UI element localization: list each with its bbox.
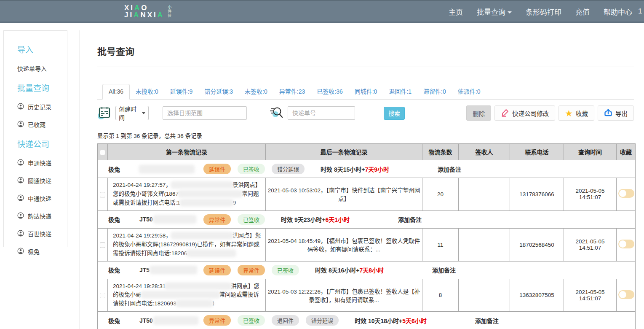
sidebar-section-title: 快递公司 (17, 138, 64, 149)
tracking-number (139, 165, 203, 173)
shipment-group-line: 极兔延误件已签收错分延误时效 8天15小时+7天9小时添加备注 (108, 164, 631, 174)
tab-未揽收[interactable]: 未揽收:0 (130, 83, 164, 100)
sidebar-item[interactable]: 极兔 (17, 247, 64, 256)
toggle-knob (619, 190, 626, 197)
redaction-blur (176, 300, 212, 307)
tab-已签收[interactable]: 已签收:36 (311, 83, 348, 100)
aging-duration: 时效 10天18小时+5天6小时 (355, 316, 427, 325)
sidebar-section-2: 快递公司申通快递圆通快递中通快递韵达快递百世快递极兔 (17, 138, 64, 256)
tracking-number-input[interactable] (288, 106, 355, 120)
export-icon (604, 108, 612, 118)
sidebar-section-title: 导入 (17, 43, 64, 55)
table-header-row: 第一条物流记录最后一条物流记录物流条数签收人联系电话查询时间收藏 (98, 144, 636, 160)
status-badge: 错分延误 (306, 315, 339, 326)
sidebar-item[interactable]: 圆通快递 (17, 176, 64, 185)
row-checkbox[interactable] (100, 192, 105, 197)
checkbox-cell (98, 279, 108, 312)
courier-name: 极兔 (108, 316, 120, 325)
column-header: 最后一条物流记录 (266, 144, 422, 160)
sidebar-item[interactable]: 百世快递 (17, 229, 64, 238)
tracking-prefix: JT5 (139, 267, 150, 273)
aging-duration: 时效 8天16小时+7天8小时 (315, 266, 384, 274)
row-checkbox[interactable] (100, 293, 105, 298)
time-type-select[interactable]: 创建时间 (115, 106, 149, 120)
shipment-group-line: 极兔JT50异常件已签收退回件错分延误时效 10天18小时+5天6小时添加备注 (108, 315, 631, 326)
search-button[interactable]: 搜索 (384, 107, 405, 120)
sidebar-item[interactable]: 韵达快递 (17, 212, 64, 220)
courier-name: 极兔 (108, 165, 120, 173)
modify-courier-button[interactable]: 快递公司修改 (494, 105, 555, 121)
chevron-down-icon (508, 11, 512, 13)
tracking-number: JT50 (139, 317, 203, 324)
tab-未签收[interactable]: 未签收:0 (239, 83, 273, 100)
nav-item-home[interactable]: 主页 (449, 6, 463, 17)
courier-name: 极兔 (108, 215, 120, 224)
user-circle-icon (17, 103, 24, 111)
sidebar-item-label: 已收藏 (28, 120, 45, 129)
tab-延误件[interactable]: 延误件:9 (164, 83, 199, 100)
pencil-icon (501, 108, 509, 118)
toggle-knob (619, 240, 626, 248)
favorite-toggle[interactable] (618, 240, 634, 248)
favorite-toggle[interactable] (618, 189, 634, 198)
tab-滞留件[interactable]: 滞留件:0 (417, 83, 452, 100)
favorite-cell (617, 228, 636, 261)
column-header: 联系电话 (510, 144, 564, 160)
row-checkbox[interactable] (100, 243, 105, 248)
sidebar-item-label: 圆通快递 (28, 176, 51, 185)
tab-退回件[interactable]: 退回件:1 (383, 83, 417, 100)
tab-催派件[interactable]: 催派件:0 (452, 83, 486, 100)
sidebar-item-label: 历史记录 (28, 102, 51, 111)
query-time-cell: 2021-05-05 14:51:07 (564, 178, 617, 211)
courier-name: 极兔 (108, 266, 120, 274)
nav-item-batch-query[interactable]: 批量查询 (477, 6, 512, 17)
sidebar-item[interactable]: 已收藏 (17, 120, 64, 129)
add-note-link[interactable]: 添加备注 (432, 266, 456, 274)
tab-错分延误[interactable]: 错分延误:3 (198, 83, 239, 100)
shipment-detail-row: 2021-04-24 19:27:57，景洪网点】您的极兔小哥郭文辉(1867常… (98, 178, 636, 211)
add-note-link[interactable]: 添加备注 (398, 215, 422, 224)
checkbox-cell (98, 178, 108, 211)
delete-button[interactable]: 删除 (466, 105, 491, 121)
shipment-group-line: 极兔JT5延误件异常件已签收时效 8天16小时+7天8小时添加备注 (108, 265, 631, 275)
nav-item-recharge[interactable]: 充值 (575, 6, 590, 17)
redaction-blur (171, 232, 232, 239)
filter-bar: 创建时间 搜索 删除 (97, 105, 634, 121)
redaction-blur (154, 317, 198, 324)
user-circle-icon (17, 194, 24, 202)
add-note-link[interactable]: 添加备注 (438, 165, 461, 173)
favorite-toggle[interactable] (618, 290, 634, 299)
select-caret-icon (142, 112, 145, 114)
sidebar-item[interactable]: 中通快递 (17, 194, 64, 202)
query-time-cell: 2021-05-05 14:51:07 (564, 228, 617, 261)
tab-All[interactable]: All:36 (102, 84, 130, 100)
select-all-checkbox[interactable] (100, 150, 105, 155)
sidebar-item[interactable]: 快递单导入 (17, 64, 64, 73)
tab-异常件[interactable]: 异常件:23 (273, 83, 311, 100)
redaction-blur (180, 200, 233, 206)
status-badge: 延误件 (203, 265, 231, 275)
sidebar-item[interactable]: 申通快递 (17, 159, 64, 167)
sidebar-item-label: 百世快递 (28, 229, 51, 238)
shipment-group-row: 极兔JT50异常件已签收时效 9天23小时+6天1小时添加备注 (98, 210, 636, 228)
star-icon: ★ (565, 109, 573, 118)
status-badge: 异常件 (238, 265, 265, 275)
sidebar-item-label: 中通快递 (28, 194, 51, 202)
nav-item-help-center[interactable]: 帮助中心 (604, 6, 632, 17)
user-circle-icon (17, 212, 24, 220)
export-button[interactable]: 导出 (598, 105, 634, 121)
app-logo: XIAO JIANXIA 小件侠 (124, 4, 171, 19)
shipment-group-line: 极兔JT50异常件已签收时效 9天23小时+6天1小时添加备注 (108, 214, 631, 225)
tab-同城件[interactable]: 同城件:0 (349, 83, 383, 100)
tracking-prefix: JT50 (139, 317, 153, 324)
sidebar-item[interactable]: 历史记录 (17, 102, 64, 111)
checkbox-cell (98, 228, 108, 261)
favorite-button[interactable]: ★ 收藏 (558, 105, 594, 121)
add-note-link[interactable]: 添加备注 (475, 316, 499, 325)
favorite-cell (617, 178, 636, 211)
date-range-input[interactable] (163, 106, 247, 120)
nav-item-barcode-print[interactable]: 条形码打印 (526, 6, 561, 17)
modify-courier-label: 快递公司修改 (512, 109, 549, 118)
status-tags: 异常件已签收 (203, 214, 265, 225)
shipment-group-row: 极兔JT50异常件已签收退回件错分延误时效 10天18小时+5天6小时添加备注 (98, 312, 636, 329)
